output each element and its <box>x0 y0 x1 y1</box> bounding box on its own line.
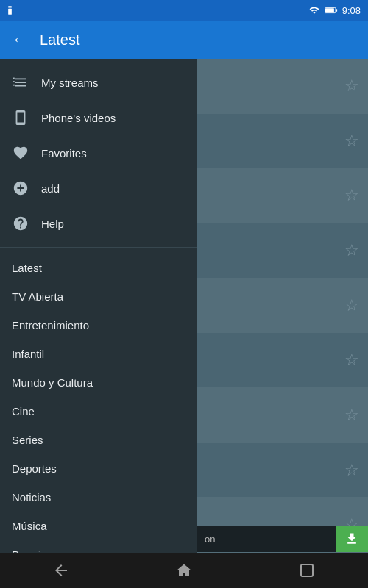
nav-item-deportes[interactable]: Deportes <box>0 454 197 483</box>
svg-rect-5 <box>13 78 15 79</box>
nav-home-button[interactable] <box>162 553 206 588</box>
sidebar-item-favorites[interactable]: Favorites <box>0 135 197 171</box>
sidebar-label-phones-videos: Phone's videos <box>41 112 116 124</box>
sidebar: My streams Phone's videos Favorites <box>0 59 197 553</box>
star-button-6[interactable]: ☆ <box>344 351 359 370</box>
sidebar-label-my-streams: My streams <box>41 76 99 89</box>
sidebar-item-phones-videos[interactable]: Phone's videos <box>0 100 197 135</box>
svg-rect-6 <box>13 81 15 82</box>
svg-rect-4 <box>336 9 337 12</box>
nav-item-tv-abierta[interactable]: TV Abierta <box>0 282 197 311</box>
star-button-3[interactable]: ☆ <box>344 186 359 205</box>
nav-item-latest[interactable]: Latest <box>0 254 197 282</box>
content-area: ☆ ☆ ☆ ☆ ☆ ☆ ☆ ☆ ☆ on <box>197 59 368 553</box>
add-circle-icon <box>12 179 29 197</box>
sidebar-top-section: My streams Phone's videos Favorites <box>0 59 197 248</box>
svg-rect-0 <box>8 6 12 7</box>
star-button-5[interactable]: ☆ <box>344 296 359 315</box>
sim-icon <box>7 5 18 15</box>
bottom-download-bar: on <box>197 526 368 552</box>
app-header: ← Latest <box>0 21 368 59</box>
battery-icon <box>325 6 338 15</box>
nav-back-icon <box>52 562 70 579</box>
svg-rect-1 <box>8 9 12 15</box>
star-button-1[interactable]: ☆ <box>344 76 359 96</box>
content-row-6: ☆ <box>197 333 368 388</box>
nav-item-cine[interactable]: Cine <box>0 397 197 426</box>
nav-home-icon <box>175 562 193 579</box>
sidebar-item-my-streams[interactable]: My streams <box>0 65 197 100</box>
help-icon <box>12 215 29 232</box>
star-button-8[interactable]: ☆ <box>344 461 359 480</box>
download-label-text: on <box>205 534 215 545</box>
nav-item-mundo-y-cultura[interactable]: Mundo y Cultura <box>0 368 197 397</box>
star-button-4[interactable]: ☆ <box>344 241 359 260</box>
content-row-9: ☆ on <box>197 498 368 553</box>
nav-recents-icon <box>298 562 316 579</box>
content-row-5: ☆ <box>197 279 368 334</box>
download-icon <box>344 531 359 546</box>
nav-item-musica[interactable]: Música <box>0 512 197 540</box>
svg-rect-7 <box>13 85 15 86</box>
nav-item-entretenimiento[interactable]: Entretenimiento <box>0 311 197 340</box>
sidebar-label-add: add <box>41 182 60 195</box>
sidebar-label-help: Help <box>41 218 64 230</box>
nav-recents-button[interactable] <box>285 553 329 588</box>
star-button-2[interactable]: ☆ <box>344 132 359 151</box>
nav-item-premium[interactable]: Premium <box>0 540 197 553</box>
sidebar-label-favorites: Favorites <box>41 147 87 159</box>
svg-rect-3 <box>325 8 334 12</box>
sidebar-item-help[interactable]: Help <box>0 206 197 241</box>
nav-item-series[interactable]: Series <box>0 426 197 454</box>
content-row-8: ☆ <box>197 443 368 498</box>
download-button[interactable] <box>336 526 368 552</box>
nav-back-button[interactable] <box>39 553 83 588</box>
main-content: My streams Phone's videos Favorites <box>0 59 368 553</box>
content-row-4: ☆ <box>197 223 368 279</box>
nav-bar <box>0 553 368 588</box>
svg-rect-8 <box>301 564 313 576</box>
time-display: 9:08 <box>342 5 361 16</box>
nav-item-noticias[interactable]: Noticias <box>0 483 197 512</box>
nav-item-infantil[interactable]: Infantil <box>0 340 197 368</box>
content-row-1: ☆ <box>197 59 368 114</box>
sidebar-item-add[interactable]: add <box>0 171 197 206</box>
content-row-3: ☆ <box>197 168 368 223</box>
sidebar-nav-section: Latest TV Abierta Entretenimiento Infant… <box>0 248 197 553</box>
heart-icon <box>12 144 29 162</box>
streams-icon <box>12 74 29 91</box>
status-bar-left <box>7 5 18 15</box>
status-bar-right: 9:08 <box>308 5 361 16</box>
status-bar: 9:08 <box>0 0 368 21</box>
back-button[interactable]: ← <box>12 30 28 49</box>
star-button-7[interactable]: ☆ <box>344 406 359 425</box>
content-row-7: ☆ <box>197 388 368 443</box>
content-row-2: ☆ <box>197 114 368 169</box>
phone-icon <box>12 109 29 126</box>
header-title: Latest <box>40 32 79 49</box>
wifi-icon <box>308 5 320 15</box>
